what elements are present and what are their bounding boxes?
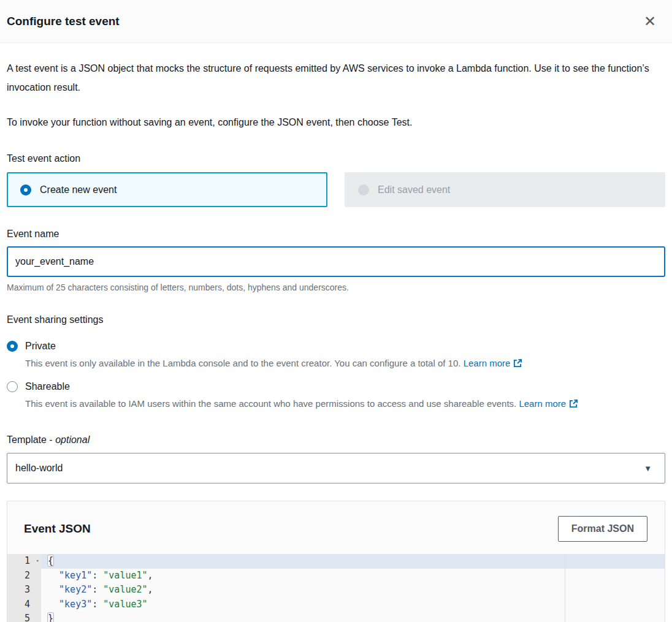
learn-more-label: Learn more — [519, 398, 566, 409]
code-line: "key3": "value3" — [41, 597, 665, 612]
editor-code-area[interactable]: { "key1": "value1", "key2": "value2", "k… — [41, 554, 665, 622]
learn-more-link-shareable[interactable]: Learn more — [519, 398, 578, 409]
line-number: 1▾ — [7, 554, 41, 569]
shareable-description: This event is available to IAM users wit… — [25, 397, 665, 411]
template-label-text: Template - — [7, 434, 55, 445]
tile-edit-saved-event[interactable]: Edit saved event — [345, 172, 665, 207]
test-event-action-group: Create new event Edit saved event — [7, 172, 665, 207]
test-event-action-label: Test event action — [7, 152, 665, 165]
shareable-description-text: This event is available to IAM users wit… — [25, 398, 516, 409]
radio-shareable-label: Shareable — [25, 381, 70, 392]
page-title: Configure test event — [7, 15, 120, 28]
event-json-header: Event JSON Format JSON — [7, 501, 665, 554]
external-link-icon — [569, 398, 578, 411]
sharing-settings-label: Event sharing settings — [7, 313, 665, 327]
code-line: "key1": "value1", — [41, 569, 665, 583]
template-label: Template - optional — [7, 433, 665, 447]
tile-create-label: Create new event — [40, 184, 116, 195]
event-name-label: Event name — [7, 227, 665, 241]
line-number: 5 — [7, 612, 41, 622]
radio-disabled-icon — [358, 184, 369, 195]
chevron-down-icon: ▼ — [644, 464, 652, 473]
radio-private-label: Private — [25, 341, 56, 352]
event-name-input[interactable] — [7, 246, 665, 277]
line-number: 2 — [7, 569, 41, 583]
intro-paragraph-1: A test event is a JSON object that mocks… — [7, 59, 665, 97]
external-link-icon — [513, 358, 522, 371]
private-description: This event is only available in the Lamb… — [25, 357, 665, 371]
event-name-helper: Maximum of 25 characters consisting of l… — [7, 283, 665, 292]
radio-selected-icon — [20, 184, 31, 195]
json-code-editor[interactable]: 1▾ 2 3 4 5 { "key1": "value1", "key2": "… — [7, 554, 665, 622]
modal-header: Configure test event ✕ — [0, 0, 672, 43]
template-select[interactable]: hello-world ▼ — [7, 453, 665, 484]
format-json-button[interactable]: Format JSON — [558, 516, 647, 542]
line-number: 3 — [7, 583, 41, 597]
private-description-text: This event is only available in the Lamb… — [25, 358, 460, 368]
learn-more-link-private[interactable]: Learn more — [464, 358, 523, 368]
tile-edit-label: Edit saved event — [378, 184, 450, 195]
learn-more-label: Learn more — [464, 358, 511, 368]
code-line: "key2": "value2", — [41, 583, 665, 597]
modal-body: A test event is a JSON object that mocks… — [0, 59, 672, 622]
close-icon[interactable]: ✕ — [639, 12, 661, 31]
event-json-panel: Event JSON Format JSON 1▾ 2 3 4 5 { "key… — [7, 501, 665, 622]
intro-paragraph-2: To invoke your function without saving a… — [7, 113, 665, 132]
template-label-optional: optional — [55, 434, 90, 445]
radio-shareable[interactable]: Shareable — [7, 381, 665, 392]
fold-arrow-icon[interactable]: ▾ — [36, 554, 39, 569]
radio-private[interactable]: Private — [7, 341, 665, 352]
template-selected-value: hello-world — [15, 463, 63, 474]
editor-line-number-gutter: 1▾ 2 3 4 5 — [7, 554, 41, 622]
event-json-title: Event JSON — [24, 522, 91, 536]
code-line: } — [41, 612, 665, 622]
line-number: 4 — [7, 597, 41, 612]
tile-create-new-event[interactable]: Create new event — [7, 172, 327, 207]
radio-unselected-icon — [7, 381, 18, 392]
radio-selected-icon — [7, 341, 18, 352]
code-line: { — [41, 554, 665, 569]
